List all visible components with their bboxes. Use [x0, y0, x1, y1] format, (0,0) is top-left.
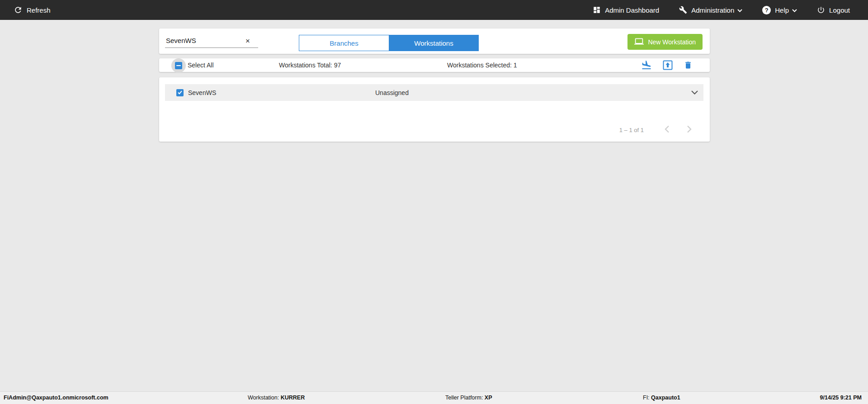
fi-field: FI: Qaxpauto1 — [643, 392, 680, 404]
help-icon: ? — [762, 6, 771, 14]
refresh-button[interactable]: Refresh — [14, 5, 51, 14]
help-label: Help — [775, 6, 789, 14]
teller-platform-value: XP — [485, 394, 492, 401]
toolbar-card: × Branches Workstations New Workstation — [159, 29, 710, 54]
datetime-label: 9/14/25 9:21 PM — [820, 392, 862, 404]
chevron-right-icon — [687, 125, 692, 134]
export-workstation-button[interactable] — [663, 60, 673, 70]
view-toggle-group: Branches Workstations — [299, 35, 479, 51]
logout-button[interactable]: Logout — [817, 6, 850, 14]
admin-dashboard-label: Admin Dashboard — [605, 6, 659, 14]
chevron-left-icon — [665, 125, 670, 134]
fi-value: Qaxpauto1 — [651, 394, 680, 401]
delete-workstation-button[interactable] — [684, 61, 693, 70]
chevron-down-icon — [792, 9, 797, 12]
select-all-label: Select All — [188, 62, 214, 69]
teller-platform-field: Teller Platform: XP — [445, 392, 492, 404]
next-page-button[interactable] — [687, 125, 692, 134]
trash-icon — [684, 61, 693, 70]
dashboard-icon — [593, 6, 601, 14]
refresh-label: Refresh — [27, 6, 51, 14]
selection-actions — [641, 60, 693, 71]
administration-label: Administration — [691, 6, 734, 14]
workstation-label: Workstation: — [248, 394, 281, 401]
main-content: × Branches Workstations New Workstation … — [0, 20, 868, 391]
new-workstation-button[interactable]: New Workstation — [627, 34, 703, 50]
search-input[interactable] — [165, 35, 258, 48]
top-nav-bar: Refresh Admin Dashboard Administration ?… — [0, 0, 868, 20]
assign-workstation-button[interactable] — [641, 60, 652, 71]
refresh-icon — [14, 5, 23, 14]
tab-workstations[interactable]: Workstations — [389, 35, 479, 51]
select-all-checkbox[interactable] — [175, 62, 182, 69]
flight-land-icon — [641, 60, 652, 71]
user-email: FiAdmin@Qaxpauto1.onmicrosoft.com — [4, 392, 108, 404]
logout-label: Logout — [829, 6, 850, 14]
help-menu[interactable]: ? Help — [762, 6, 797, 14]
admin-dashboard-button[interactable]: Admin Dashboard — [593, 6, 659, 14]
workstation-field: Workstation: KURRER — [248, 392, 305, 404]
clear-search-icon[interactable]: × — [245, 37, 250, 45]
wrench-icon — [679, 6, 687, 14]
workstation-status: Unassigned — [375, 89, 409, 96]
new-workstation-label: New Workstation — [648, 38, 696, 46]
laptop-icon — [634, 37, 644, 48]
fi-label: FI: — [643, 394, 651, 401]
tab-branches[interactable]: Branches — [299, 35, 389, 51]
workstation-name: SevenWS — [188, 89, 216, 96]
selection-bar: Select All Workstations Total: 97 Workst… — [159, 58, 710, 72]
row-checkbox[interactable] — [176, 89, 184, 96]
indeterminate-mark — [176, 65, 181, 66]
pagination: 1 – 1 of 1 — [619, 125, 692, 135]
search-field: × — [165, 35, 258, 48]
administration-menu[interactable]: Administration — [679, 6, 742, 14]
prev-page-button[interactable] — [665, 125, 670, 134]
workstations-total-label: Workstations Total: 97 — [279, 62, 341, 69]
workstation-value: KURRER — [281, 394, 305, 401]
upload-box-icon — [663, 60, 673, 70]
pagination-range-label: 1 – 1 of 1 — [619, 127, 644, 133]
chevron-down-icon — [737, 9, 742, 12]
status-bar: FiAdmin@Qaxpauto1.onmicrosoft.com Workst… — [0, 391, 868, 404]
teller-platform-label: Teller Platform: — [445, 394, 485, 401]
workstation-list-card: SevenWS Unassigned 1 – 1 of 1 — [159, 77, 710, 142]
check-icon — [177, 89, 183, 97]
workstation-row[interactable]: SevenWS Unassigned — [165, 84, 703, 101]
workstations-selected-label: Workstations Selected: 1 — [447, 62, 517, 69]
power-icon — [817, 6, 825, 14]
chevron-down-icon[interactable] — [691, 90, 698, 95]
